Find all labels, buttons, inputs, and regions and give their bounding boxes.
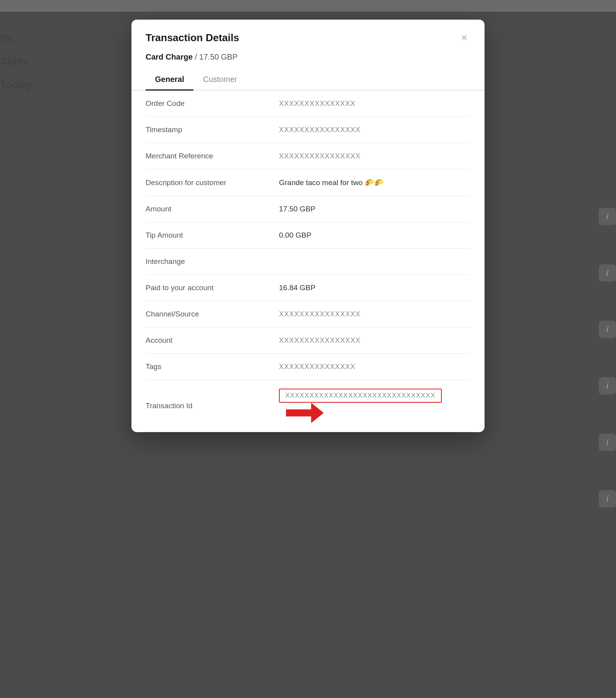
close-button[interactable]: × (458, 31, 470, 45)
detail-label: Timestamp (146, 125, 271, 134)
detail-row: Channel/SourceXXXXXXXXXXXXXXXX (146, 301, 470, 327)
modal-subtitle-bold: Card Charge (146, 53, 193, 61)
tab-general[interactable]: General (146, 69, 193, 91)
detail-label: Tip Amount (146, 231, 271, 240)
detail-row: TimestampXXXXXXXXXXXXXXXX (146, 117, 470, 143)
detail-label: Interchange (146, 257, 271, 266)
detail-label: Paid to your account (146, 284, 271, 292)
detail-label: Channel/Source (146, 310, 271, 318)
detail-value: XXXXXXXXXXXXXXXX (279, 152, 470, 160)
detail-row: TagsXXXXXXXXXXXXXXX (146, 354, 470, 380)
tab-customer[interactable]: Customer (193, 69, 246, 91)
modal-subtitle-amount: / 17.50 GBP (193, 53, 238, 61)
modal-tabs: General Customer (131, 69, 485, 91)
detail-row: Merchant ReferenceXXXXXXXXXXXXXXXX (146, 143, 470, 169)
modal-overlay: Transaction Details × Card Charge / 17.5… (0, 12, 616, 698)
detail-value: Grande taco meal for two 🌮🌮 (279, 178, 470, 187)
detail-row: Amount17.50 GBP (146, 196, 470, 222)
detail-value: 16.84 GBP (279, 284, 470, 292)
page-background: ns Sales Today i i i i i i Opti 2022 202… (0, 12, 616, 698)
detail-row: Transaction IdXXXXXXXXXXXXXXXXXXXXXXXXXX… (146, 380, 470, 432)
detail-label: Account (146, 336, 271, 345)
detail-value: 17.50 GBP (279, 205, 470, 213)
transaction-id-box: XXXXXXXXXXXXXXXXXXXXXXXXXXXXXXX (279, 389, 442, 403)
detail-row: Description for customerGrande taco meal… (146, 169, 470, 196)
detail-value: XXXXXXXXXXXXXXXX (279, 310, 470, 318)
detail-label: Order Code (146, 99, 271, 108)
detail-row: Tip Amount0.00 GBP (146, 222, 470, 249)
transaction-details-modal: Transaction Details × Card Charge / 17.5… (131, 20, 485, 432)
detail-label: Description for customer (146, 178, 271, 187)
arrow-indicator (286, 403, 470, 423)
detail-value: XXXXXXXXXXXXXXXX (279, 126, 470, 134)
modal-title: Transaction Details (146, 32, 239, 44)
detail-value: 0.00 GBP (279, 231, 470, 240)
detail-value: XXXXXXXXXXXXXXXXXXXXXXXXXXXXXXX (279, 389, 470, 423)
modal-subtitle: Card Charge / 17.50 GBP (131, 53, 485, 69)
detail-value: XXXXXXXXXXXXXXXX (279, 336, 470, 345)
arrow-body (286, 409, 311, 416)
detail-label: Merchant Reference (146, 152, 271, 160)
detail-row: AccountXXXXXXXXXXXXXXXX (146, 327, 470, 354)
detail-label: Amount (146, 205, 271, 213)
detail-value: XXXXXXXXXXXXXXX (279, 100, 470, 108)
detail-value: XXXXXXXXXXXXXXX (279, 363, 470, 371)
modal-header: Transaction Details × (131, 20, 485, 53)
detail-label: Tags (146, 362, 271, 371)
detail-label: Transaction Id (146, 402, 271, 410)
detail-row: Order CodeXXXXXXXXXXXXXXX (146, 91, 470, 117)
arrow-head (311, 403, 324, 423)
detail-row: Paid to your account16.84 GBP (146, 275, 470, 301)
detail-table: Order CodeXXXXXXXXXXXXXXXTimestampXXXXXX… (131, 91, 485, 432)
detail-row: Interchange (146, 249, 470, 275)
